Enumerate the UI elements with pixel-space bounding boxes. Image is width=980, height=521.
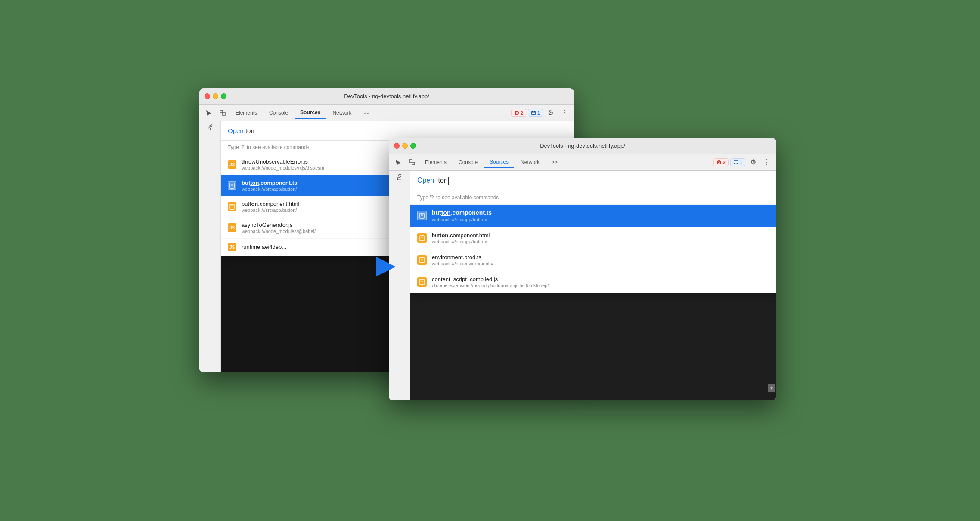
- minimize-button-back[interactable]: [213, 93, 218, 99]
- file-icon-1-front: [417, 211, 427, 220]
- title-bar-back: DevTools - ng-devtools.netlify.app/: [199, 88, 574, 105]
- toolbar-front: Elements Console Sources Network >> ✕ 2 …: [389, 154, 776, 171]
- result-filename-4-back: asyncToGenerator.js: [242, 222, 316, 228]
- settings-icon-front[interactable]: ⚙: [747, 156, 759, 168]
- svg-rect-24: [420, 279, 424, 285]
- toolbar-back: Elements Console Sources Network >> ✕ 2 …: [199, 105, 574, 121]
- tab-console-back[interactable]: Console: [264, 107, 293, 118]
- maximize-button-back[interactable]: [221, 93, 226, 99]
- inspect-icon-front[interactable]: [406, 156, 418, 168]
- svg-rect-0: [220, 110, 223, 113]
- svg-rect-1: [223, 113, 225, 115]
- panel-pa-label-front: Pa: [397, 174, 403, 180]
- command-palette-front: Open ton Type '?' to see available comma…: [410, 171, 776, 293]
- result-path-1-back: webpack:///node_modules/rxjs/dist/esm: [242, 165, 324, 171]
- query-text-back: ton: [245, 127, 254, 134]
- result-filename-4-front: content_script_compiled.js: [432, 276, 549, 282]
- command-input-label-front: Open ton: [417, 177, 449, 185]
- arrow-decoration: ▶: [376, 252, 396, 278]
- window-title-front: DevTools - ng-devtools.netlify.app/: [540, 143, 625, 149]
- tab-more-back[interactable]: >>: [358, 107, 375, 118]
- result-item-3-front[interactable]: environment.prod.ts webpack:///src/envir…: [410, 249, 776, 271]
- command-palette-overlay-front: Open ton Type '?' to see available comma…: [410, 171, 776, 293]
- file-icon-2-front: [417, 233, 427, 243]
- result-path-1-front: webpack:///src/app/button/: [432, 217, 492, 222]
- open-text-back: Open: [228, 127, 244, 134]
- svg-rect-20: [420, 236, 424, 241]
- devtools-window-front: DevTools - ng-devtools.netlify.app/ Elem…: [389, 138, 776, 400]
- result-filename-2-front: button.component.html: [432, 232, 490, 239]
- tab-elements-back[interactable]: Elements: [230, 107, 262, 118]
- result-item-4-front[interactable]: content_script_compiled.js chrome-extens…: [410, 271, 776, 293]
- title-bar-front: DevTools - ng-devtools.netlify.app/: [389, 138, 776, 154]
- cursor-icon[interactable]: [203, 107, 215, 119]
- tab-network-back[interactable]: Network: [327, 107, 357, 118]
- result-item-1-front[interactable]: button.component.ts webpack:///src/app/b…: [410, 205, 776, 227]
- close-button-back[interactable]: [205, 93, 210, 99]
- info-badge-front: 💬 1: [730, 158, 745, 166]
- tab-elements-front[interactable]: Elements: [420, 157, 452, 168]
- tab-more-front[interactable]: >>: [546, 157, 563, 168]
- file-icon-4-back: JS: [228, 223, 236, 232]
- result-path-3-back: webpack:///src/app/button/: [242, 208, 299, 213]
- svg-rect-11: [409, 160, 412, 162]
- more-icon-front[interactable]: ⋮: [761, 156, 773, 168]
- cursor-icon-front[interactable]: [392, 156, 404, 168]
- minimize-button-front[interactable]: [402, 143, 408, 149]
- panel-pa-label-back: Pa: [207, 124, 213, 131]
- svg-rect-12: [412, 162, 415, 165]
- panel-area-front: Pa ▼ </ ▼ ick) </ap ick) ], None =>: [389, 171, 776, 400]
- file-icon-1-back: JS: [228, 160, 236, 169]
- command-input-row-front: Open ton: [410, 171, 776, 191]
- window-title-back: DevTools - ng-devtools.netlify.app/: [344, 93, 429, 99]
- tab-console-front[interactable]: Console: [453, 157, 483, 168]
- result-path-4-front: chrome-extension://noondiphcddnnabmjcihc…: [432, 283, 549, 288]
- maximize-button-front[interactable]: [410, 143, 416, 149]
- file-icon-3-front: [417, 255, 427, 265]
- panel-sidebar-back: Pa: [199, 121, 221, 372]
- scroll-down-btn[interactable]: ▼: [768, 384, 775, 392]
- result-item-2-front[interactable]: button.component.html webpack:///src/app…: [410, 227, 776, 249]
- panel-sidebar-front: Pa: [389, 171, 410, 400]
- result-filename-2-back: button.component.ts: [242, 180, 297, 186]
- result-filename-5-back: runtime.aei4deb...: [242, 244, 286, 250]
- command-results-front: button.component.ts webpack:///src/app/b…: [410, 205, 776, 293]
- tab-network-front[interactable]: Network: [515, 157, 545, 168]
- svg-text:✕: ✕: [515, 111, 518, 115]
- command-input-label-back: Open ton: [228, 127, 254, 134]
- svg-text:💬: 💬: [531, 111, 536, 115]
- file-icon-3-back: [228, 202, 236, 211]
- query-text-front: ton: [438, 177, 448, 184]
- cursor: [448, 177, 449, 185]
- result-filename-3-back: button.component.html: [242, 201, 299, 207]
- tab-sources-back[interactable]: Sources: [295, 107, 326, 119]
- more-icon-back[interactable]: ⋮: [558, 107, 571, 119]
- error-badge-front: ✕ 2: [713, 158, 729, 166]
- svg-text:💬: 💬: [734, 160, 738, 164]
- traffic-lights-back: [205, 93, 226, 99]
- code-panel-front: ▼ </ ▼ ick) </ap ick) ], None => rand +x…: [410, 171, 776, 400]
- result-path-3-front: webpack:///src/environments/: [432, 261, 493, 266]
- result-path-2-front: webpack:///src/app/button/: [432, 239, 490, 244]
- inspect-icon[interactable]: [217, 107, 229, 119]
- file-icon-5-back: JS: [228, 243, 236, 251]
- file-icon-2-back: [228, 181, 236, 190]
- result-path-2-back: webpack:///src/app/button/: [242, 186, 297, 192]
- command-hint-front: Type '?' to see available commands: [410, 191, 776, 205]
- svg-rect-9: [230, 204, 234, 209]
- tab-sources-front[interactable]: Sources: [484, 156, 514, 168]
- traffic-lights-front: [394, 143, 416, 149]
- file-icon-4-front: [417, 277, 427, 287]
- result-filename-1-front: button.component.ts: [432, 209, 492, 216]
- result-path-4-back: webpack:///node_modules/@babel/: [242, 229, 316, 234]
- error-badge-back: ✕ 2: [511, 109, 526, 117]
- svg-text:✕: ✕: [717, 161, 720, 164]
- settings-icon-back[interactable]: ⚙: [545, 107, 557, 119]
- open-text-front: Open: [417, 177, 434, 184]
- info-badge-back: 💬 1: [528, 109, 543, 117]
- svg-rect-22: [420, 257, 424, 263]
- close-button-front[interactable]: [394, 143, 400, 149]
- result-filename-1-back: throwUnobservableError.js: [242, 158, 324, 165]
- result-filename-3-front: environment.prod.ts: [432, 254, 493, 260]
